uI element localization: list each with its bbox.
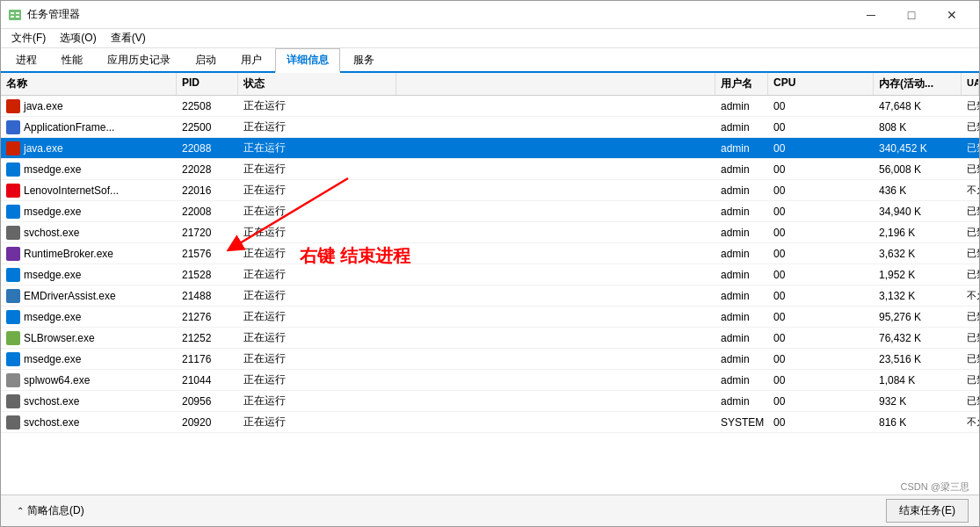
table-row[interactable]: msedge.exe 21176 正在运行 admin 00 23,516 K … bbox=[1, 349, 979, 370]
process-icon bbox=[6, 184, 20, 198]
col-header-cpu[interactable]: CPU bbox=[768, 73, 874, 95]
process-icon bbox=[6, 373, 20, 387]
cell-uac: 已禁用 bbox=[962, 328, 979, 348]
cell-mem: 76,432 K bbox=[874, 328, 962, 348]
summary-label: 简略信息(D) bbox=[27, 503, 84, 518]
cell-uac: 已禁用 bbox=[962, 349, 979, 369]
table-row[interactable]: SLBrowser.exe 21252 正在运行 admin 00 76,432… bbox=[1, 328, 979, 349]
table-row[interactable]: EMDriverAssist.exe 21488 正在运行 admin 00 3… bbox=[1, 285, 979, 307]
process-icon bbox=[6, 226, 20, 240]
cell-cpu: 00 bbox=[768, 264, 874, 285]
cell-uac: 已禁用 bbox=[962, 117, 979, 137]
process-name: java.exe bbox=[24, 100, 63, 112]
menu-file[interactable]: 文件(F) bbox=[4, 29, 53, 47]
tab-performance[interactable]: 性能 bbox=[50, 48, 94, 71]
cell-pid: 22028 bbox=[177, 159, 238, 179]
cell-uac: 已禁用 bbox=[962, 264, 979, 285]
minimize-button[interactable]: ─ bbox=[851, 1, 891, 29]
bottom-bar: ⌃ 简略信息(D) 结束任务(E) bbox=[1, 495, 979, 526]
table-row[interactable]: svchost.exe 20920 正在运行 SYSTEM 00 816 K 不… bbox=[1, 412, 979, 433]
table-row[interactable]: LenovoInternetSof... 22016 正在运行 admin 00… bbox=[1, 180, 979, 201]
table-row[interactable]: msedge.exe 22008 正在运行 admin 00 34,940 K … bbox=[1, 201, 979, 222]
cell-mem: 816 K bbox=[874, 412, 962, 432]
cell-mem: 808 K bbox=[874, 117, 962, 137]
col-header-status[interactable]: 状态 bbox=[238, 73, 396, 95]
col-header-pid[interactable]: PID bbox=[177, 73, 238, 95]
cell-user: SYSTEM bbox=[715, 412, 768, 432]
cell-uac: 不允许 bbox=[962, 180, 979, 200]
cell-pid: 21720 bbox=[177, 222, 238, 242]
menu-view[interactable]: 查看(V) bbox=[104, 29, 153, 47]
cell-uac: 已禁用 bbox=[962, 96, 979, 116]
cell-pid: 21528 bbox=[177, 264, 238, 285]
cell-uac: 已禁用 bbox=[962, 370, 979, 390]
tab-app-history[interactable]: 应用历史记录 bbox=[96, 48, 182, 71]
cell-name: RuntimeBroker.exe bbox=[1, 243, 177, 264]
svg-rect-4 bbox=[16, 16, 19, 18]
svg-rect-0 bbox=[9, 10, 21, 20]
title-bar: 任务管理器 ─ □ ✕ bbox=[1, 1, 979, 29]
title-bar-buttons: ─ □ ✕ bbox=[851, 1, 972, 29]
cell-user: admin bbox=[715, 222, 768, 242]
cell-user: admin bbox=[715, 264, 768, 285]
cell-mem: 1,952 K bbox=[874, 264, 962, 285]
cell-cpu: 00 bbox=[768, 96, 874, 116]
cell-uac: 已禁用 bbox=[962, 201, 979, 221]
cell-mem: 47,648 K bbox=[874, 96, 962, 116]
process-name: ApplicationFrame... bbox=[24, 121, 114, 134]
cell-cpu: 00 bbox=[768, 222, 874, 242]
cell-name: java.exe bbox=[1, 96, 177, 116]
cell-mem: 3,132 K bbox=[874, 285, 962, 306]
process-icon bbox=[6, 310, 20, 324]
cell-status: 正在运行 bbox=[238, 328, 396, 348]
summary-button[interactable]: ⌃ 简略信息(D) bbox=[11, 502, 90, 520]
cell-user: admin bbox=[715, 328, 768, 348]
col-header-name[interactable]: 名称 bbox=[1, 73, 177, 95]
tab-details[interactable]: 详细信息 bbox=[275, 48, 340, 73]
process-name: svchost.exe bbox=[24, 416, 79, 429]
cell-status: 正在运行 bbox=[238, 138, 396, 158]
table-row[interactable]: java.exe 22508 正在运行 admin 00 47,648 K 已禁… bbox=[1, 96, 979, 117]
cell-cpu: 00 bbox=[768, 412, 874, 432]
table-row[interactable]: RuntimeBroker.exe 21576 正在运行 admin 00 3,… bbox=[1, 243, 979, 264]
cell-empty bbox=[396, 349, 715, 369]
table-row[interactable]: splwow64.exe 21044 正在运行 admin 00 1,084 K… bbox=[1, 370, 979, 391]
cell-status: 正在运行 bbox=[238, 96, 396, 116]
tab-startup[interactable]: 启动 bbox=[184, 48, 228, 71]
cell-user: admin bbox=[715, 138, 768, 158]
cell-user: admin bbox=[715, 159, 768, 179]
cell-cpu: 00 bbox=[768, 285, 874, 306]
title-text: 任务管理器 bbox=[27, 7, 80, 22]
table-row[interactable]: svchost.exe 20956 正在运行 admin 00 932 K 已禁… bbox=[1, 391, 979, 412]
cell-cpu: 00 bbox=[768, 349, 874, 369]
table-body[interactable]: java.exe 22508 正在运行 admin 00 47,648 K 已禁… bbox=[1, 96, 979, 495]
end-task-button[interactable]: 结束任务(E) bbox=[886, 499, 969, 523]
cell-empty bbox=[396, 307, 715, 327]
col-header-mem[interactable]: 内存(活动... bbox=[874, 73, 962, 95]
table-row[interactable]: ApplicationFrame... 22500 正在运行 admin 00 … bbox=[1, 117, 979, 138]
table-row[interactable]: msedge.exe 21276 正在运行 admin 00 95,276 K … bbox=[1, 307, 979, 328]
close-button[interactable]: ✕ bbox=[932, 1, 972, 29]
cell-mem: 23,516 K bbox=[874, 349, 962, 369]
table-row[interactable]: msedge.exe 22028 正在运行 admin 00 56,008 K … bbox=[1, 159, 979, 180]
table-row[interactable]: msedge.exe 21528 正在运行 admin 00 1,952 K 已… bbox=[1, 264, 979, 285]
col-header-uac[interactable]: UAC 虚拟化 bbox=[962, 73, 979, 95]
cell-cpu: 00 bbox=[768, 307, 874, 327]
window: 任务管理器 ─ □ ✕ 文件(F) 选项(O) 查看(V) 进程 性能 应用历史… bbox=[0, 0, 980, 527]
tab-users[interactable]: 用户 bbox=[229, 48, 273, 71]
tab-services[interactable]: 服务 bbox=[342, 48, 386, 71]
tab-process[interactable]: 进程 bbox=[4, 48, 48, 71]
menu-options[interactable]: 选项(O) bbox=[53, 29, 103, 47]
maximize-button[interactable]: □ bbox=[891, 1, 932, 29]
cell-user: admin bbox=[715, 117, 768, 137]
cell-name: svchost.exe bbox=[1, 412, 177, 432]
cell-empty bbox=[396, 412, 715, 432]
table-row[interactable]: svchost.exe 21720 正在运行 admin 00 2,196 K … bbox=[1, 222, 979, 243]
process-icon bbox=[6, 205, 20, 219]
col-header-user[interactable]: 用户名 bbox=[715, 73, 768, 95]
table-row[interactable]: java.exe 22088 正在运行 admin 00 340,452 K 已… bbox=[1, 138, 979, 159]
process-icon bbox=[6, 415, 20, 430]
process-icon bbox=[6, 268, 20, 282]
title-bar-left: 任务管理器 bbox=[8, 7, 80, 22]
cell-pid: 21044 bbox=[177, 370, 238, 390]
